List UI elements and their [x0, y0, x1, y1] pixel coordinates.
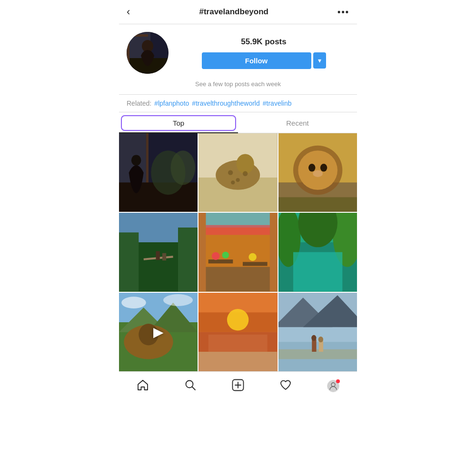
photo-cell-3[interactable] [278, 133, 357, 212]
profile-icon [327, 380, 339, 392]
svg-rect-55 [293, 252, 342, 292]
svg-point-79 [318, 337, 323, 342]
nav-profile[interactable] [324, 377, 343, 396]
photo-cell-9[interactable] [278, 293, 357, 371]
notification-dot [336, 379, 340, 383]
svg-point-85 [331, 383, 335, 387]
photo-cell-5[interactable] [198, 213, 277, 291]
tab-recent[interactable]: Recent [238, 113, 357, 133]
svg-point-29 [320, 164, 327, 172]
svg-rect-43 [208, 259, 233, 263]
svg-rect-35 [178, 228, 198, 291]
svg-point-12 [170, 150, 195, 185]
svg-point-61 [139, 324, 158, 345]
svg-point-66 [227, 309, 248, 330]
svg-rect-37 [156, 251, 159, 260]
tabs-container: Top Recent [119, 113, 357, 133]
svg-line-81 [192, 387, 196, 390]
tab-top[interactable]: Top [119, 113, 238, 133]
photo-cell-1[interactable] [119, 133, 198, 212]
svg-point-63 [163, 294, 193, 306]
nav-search[interactable] [181, 377, 200, 396]
follow-row: Follow ▾ [178, 52, 349, 69]
add-icon [232, 379, 244, 393]
svg-point-18 [237, 154, 254, 173]
photo-cell-2[interactable] [198, 133, 277, 212]
search-icon [184, 379, 197, 393]
svg-rect-41 [198, 225, 277, 235]
svg-rect-6 [127, 34, 148, 37]
svg-point-19 [228, 170, 233, 175]
svg-point-62 [121, 297, 146, 308]
related-label: Related: [127, 99, 151, 107]
follow-dropdown-button[interactable]: ▾ [313, 52, 326, 69]
svg-point-13 [131, 155, 141, 166]
related-section: Related: #lpfanphoto #travelthroughthewo… [119, 94, 357, 112]
svg-rect-75 [278, 349, 357, 359]
svg-rect-34 [119, 233, 139, 292]
nav-heart[interactable] [276, 377, 295, 396]
svg-rect-38 [162, 253, 166, 260]
page-title: #travelandbeyond [130, 7, 337, 17]
svg-rect-44 [243, 262, 268, 266]
back-button[interactable]: ‹ [127, 7, 130, 17]
svg-rect-49 [270, 213, 277, 291]
related-tag-1[interactable]: #lpfanphoto [154, 99, 189, 107]
related-tag-3[interactable]: #travelinb [263, 99, 292, 107]
photo-cell-8[interactable] [198, 293, 277, 371]
svg-point-20 [236, 178, 240, 182]
svg-point-47 [249, 253, 257, 261]
top-bar: ‹ #travelandbeyond ••• [119, 0, 357, 24]
svg-point-21 [243, 171, 248, 176]
follow-hint: See a few top posts each week [119, 78, 357, 94]
photo-cell-6[interactable] [278, 213, 357, 291]
svg-point-28 [308, 164, 315, 172]
svg-rect-69 [198, 352, 277, 371]
svg-rect-76 [312, 339, 316, 352]
photo-cell-7[interactable]: ▶ [119, 293, 198, 371]
nav-add[interactable] [228, 377, 248, 396]
post-count: 55.9K posts [178, 37, 349, 47]
svg-point-46 [222, 252, 229, 258]
follow-button[interactable]: Follow [202, 52, 311, 69]
bottom-nav [119, 371, 357, 402]
photo-cell-4[interactable] [119, 213, 198, 291]
svg-rect-42 [198, 267, 277, 292]
profile-section: 55.9K posts Follow ▾ [119, 24, 357, 78]
svg-rect-48 [198, 213, 206, 291]
related-tag-2[interactable]: #travelthroughtheworld [192, 99, 259, 107]
heart-icon [279, 379, 292, 393]
svg-rect-31 [278, 197, 357, 212]
photo-grid: ▶ [119, 133, 357, 371]
svg-rect-5 [127, 34, 129, 74]
profile-info: 55.9K posts Follow ▾ [178, 37, 349, 69]
home-icon [137, 379, 149, 393]
svg-point-22 [231, 180, 235, 184]
avatar [127, 32, 169, 74]
more-options-button[interactable]: ••• [337, 7, 349, 17]
svg-rect-78 [318, 341, 323, 352]
nav-home[interactable] [133, 377, 152, 396]
svg-point-77 [311, 335, 316, 341]
svg-point-30 [313, 170, 323, 177]
svg-point-45 [212, 252, 220, 260]
